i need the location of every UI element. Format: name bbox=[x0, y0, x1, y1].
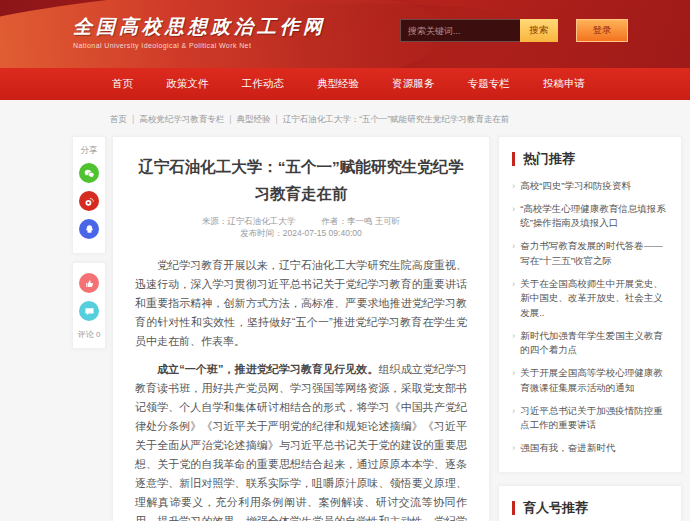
breadcrumb-current: 辽宁石油化工大学：“五个一”赋能研究生党纪学习教育走在前 bbox=[283, 114, 510, 124]
article-card: 辽宁石油化工大学：“五个一”赋能研究生党纪学习教育走在前 来源：辽宁石油化工大学… bbox=[112, 136, 490, 521]
qq-share-icon[interactable] bbox=[79, 219, 99, 239]
list-item: ›新时代加强青年学生爱国主义教育的四个着力点 bbox=[512, 329, 668, 358]
chevron-right-icon: › bbox=[512, 366, 515, 395]
share-column: 分享 评论 0 bbox=[72, 136, 106, 349]
site-header: 全国高校思想政治工作网 National University Ideologi… bbox=[0, 0, 690, 68]
title-accent-bar bbox=[512, 152, 515, 166]
article-paragraph: 党纪学习教育开展以来，辽宁石油化工大学研究生院高度重视、迅速行动，深入学习贯彻习… bbox=[135, 256, 467, 351]
search-box: 搜索 bbox=[400, 19, 558, 42]
nav-item-resource-services[interactable]: 资源服务 bbox=[392, 77, 434, 91]
comment-count-label: 评论 0 bbox=[73, 329, 105, 343]
hot-recommend-panel: 热门推荐 ›高校“四史”学习和防疫资料 ›“高校学生心理健康教育信息填报系统”操… bbox=[498, 136, 682, 473]
nav-item-special-columns[interactable]: 专题专栏 bbox=[468, 77, 510, 91]
chevron-right-icon: › bbox=[512, 404, 515, 433]
list-item: ›习近平总书记关于加强疫情防控重点工作的重要讲话 bbox=[512, 404, 668, 433]
list-item: ›关于开展全国高等学校心理健康教育微课征集展示活动的通知 bbox=[512, 366, 668, 395]
hot-item-link[interactable]: 新时代加强青年学生爱国主义教育的四个着力点 bbox=[520, 329, 668, 358]
site-logo[interactable]: 全国高校思想政治工作网 National University Ideologi… bbox=[73, 14, 326, 49]
wechat-share-icon[interactable] bbox=[79, 163, 99, 183]
yuren-recommend-title: 育人号推荐 bbox=[512, 499, 668, 517]
page-content: 首页|高校党纪学习教育专栏|典型经验|辽宁石油化工大学：“五个一”赋能研究生党纪… bbox=[0, 100, 690, 521]
login-button[interactable]: 登录 bbox=[576, 19, 628, 42]
article-publish-time: 发布时间：2024-07-15 09:40:00 bbox=[240, 228, 361, 238]
nav-item-policy-docs[interactable]: 政策文件 bbox=[166, 77, 208, 91]
hot-item-link[interactable]: “高校学生心理健康教育信息填报系统”操作指南及填报入口 bbox=[520, 202, 668, 231]
right-sidebar: 热门推荐 ›高校“四史”学习和防疫资料 ›“高校学生心理健康教育信息填报系统”操… bbox=[498, 136, 682, 521]
yuren-recommend-panel: 育人号推荐 ›加强政治理论学习，筑牢师德师风底线 高职学院机械工程学院..202… bbox=[498, 485, 682, 521]
weibo-share-icon[interactable] bbox=[79, 191, 99, 211]
nav-item-submission[interactable]: 投稿申请 bbox=[543, 77, 585, 91]
list-item: ›奋力书写教育发展的时代答卷——写在“十三五”收官之际 bbox=[512, 239, 668, 268]
hot-item-link[interactable]: 强国有我，奋进新时代 bbox=[520, 441, 615, 456]
chevron-right-icon: › bbox=[512, 277, 515, 321]
like-icon[interactable] bbox=[79, 273, 99, 293]
comment-icon[interactable] bbox=[79, 301, 99, 321]
breadcrumb-separator: | bbox=[132, 114, 134, 124]
hot-item-link[interactable]: 关于开展全国高等学校心理健康教育微课征集展示活动的通知 bbox=[520, 366, 668, 395]
nav-item-work-updates[interactable]: 工作动态 bbox=[242, 77, 284, 91]
chevron-right-icon: › bbox=[512, 329, 515, 358]
breadcrumb-separator: | bbox=[275, 114, 277, 124]
breadcrumb: 首页|高校党纪学习教育专栏|典型经验|辽宁石油化工大学：“五个一”赋能研究生党纪… bbox=[110, 114, 690, 126]
hot-item-link[interactable]: 关于在全国高校师生中开展党史、新中国史、改革开放史、社会主义发展.. bbox=[520, 277, 668, 321]
hot-item-link[interactable]: 习近平总书记关于加强疫情防控重点工作的重要讲话 bbox=[520, 404, 668, 433]
search-button[interactable]: 搜索 bbox=[520, 19, 558, 42]
feedback-widget: 评论 0 bbox=[72, 262, 106, 349]
article-source: 来源：辽宁石油化工大学 bbox=[202, 216, 296, 226]
site-subtitle: National University Ideological & Politi… bbox=[73, 42, 326, 49]
breadcrumb-category[interactable]: 典型经验 bbox=[236, 114, 270, 124]
breadcrumb-column[interactable]: 高校党纪学习教育专栏 bbox=[139, 114, 224, 124]
list-item: ›关于在全国高校师生中开展党史、新中国史、改革开放史、社会主义发展.. bbox=[512, 277, 668, 321]
main-nav: 首页 政策文件 工作动态 典型经验 资源服务 专题专栏 投稿申请 bbox=[0, 68, 690, 100]
share-label: 分享 bbox=[73, 145, 105, 157]
hot-item-link[interactable]: 高校“四史”学习和防疫资料 bbox=[520, 179, 631, 194]
chevron-right-icon: › bbox=[512, 441, 515, 456]
search-input[interactable] bbox=[400, 19, 520, 42]
chevron-right-icon: › bbox=[512, 202, 515, 231]
share-widget: 分享 bbox=[72, 136, 106, 254]
article-title: 辽宁石油化工大学：“五个一”赋能研究生党纪学习教育走在前 bbox=[135, 153, 467, 207]
title-accent-bar bbox=[512, 501, 515, 515]
article-paragraph: 成立“一个班”，推进党纪学习教育见行见效。组织成立党纪学习教育读书班，用好共产党… bbox=[135, 360, 467, 521]
list-item: ›强国有我，奋进新时代 bbox=[512, 441, 668, 456]
chevron-right-icon: › bbox=[512, 179, 515, 194]
breadcrumb-separator: | bbox=[229, 114, 231, 124]
list-item: ›高校“四史”学习和防疫资料 bbox=[512, 179, 668, 194]
article-author: 作者：李一鸣 王可昕 bbox=[322, 216, 401, 226]
hot-recommend-title: 热门推荐 bbox=[512, 150, 668, 168]
article-meta: 来源：辽宁石油化工大学 作者：李一鸣 王可昕 发布时间：2024-07-15 0… bbox=[135, 216, 467, 240]
breadcrumb-home[interactable]: 首页 bbox=[110, 114, 127, 124]
header-actions: 搜索 登录 bbox=[400, 19, 628, 42]
list-item: ›“高校学生心理健康教育信息填报系统”操作指南及填报入口 bbox=[512, 202, 668, 231]
nav-item-home[interactable]: 首页 bbox=[112, 77, 133, 91]
site-title: 全国高校思想政治工作网 bbox=[73, 14, 326, 40]
hot-item-link[interactable]: 奋力书写教育发展的时代答卷——写在“十三五”收官之际 bbox=[520, 239, 668, 268]
chevron-right-icon: › bbox=[512, 239, 515, 268]
nav-item-typical-experience[interactable]: 典型经验 bbox=[317, 77, 359, 91]
